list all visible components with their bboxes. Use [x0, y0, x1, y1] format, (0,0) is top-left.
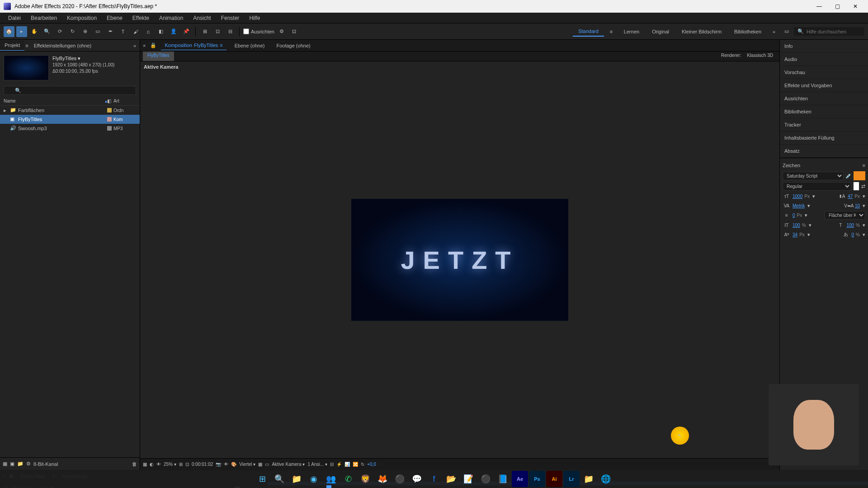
panel-effects-presets[interactable]: Effekte und Vorgaben [780, 79, 868, 92]
workspace-menu-icon[interactable]: ≡ [606, 26, 617, 37]
workspace-original[interactable]: Original [646, 27, 675, 36]
world-axis-icon[interactable]: ⊡ [212, 26, 223, 37]
project-item-audio[interactable]: 🔊 Swoosh.mp3 MP3 [0, 124, 140, 133]
workspace-lernen[interactable]: Lernen [618, 27, 645, 36]
tb-notes[interactable]: 📝 [460, 471, 476, 487]
fill-color-swatch[interactable] [854, 171, 865, 180]
comp-thumbnail[interactable] [4, 55, 49, 80]
leading-value[interactable]: 47 [848, 194, 853, 199]
tb-facebook[interactable]: f [426, 471, 442, 487]
new-folder-icon[interactable]: 📁 [17, 461, 24, 467]
puppet-tool[interactable]: 📌 [181, 26, 192, 37]
timeline-icon[interactable]: 📊 [344, 462, 350, 467]
panel-audio[interactable]: Audio [780, 53, 868, 66]
workspace-kleiner[interactable]: Kleiner Bildschirm [676, 27, 727, 36]
help-search-input[interactable] [807, 29, 861, 34]
alpha-icon[interactable]: ▦ [143, 462, 147, 467]
snap-option2-icon[interactable]: ⊡ [289, 26, 300, 37]
view-axis-icon[interactable]: ⊟ [225, 26, 236, 37]
orbit-tool[interactable]: ⟳ [54, 26, 65, 37]
brush-tool[interactable]: 🖌 [130, 26, 141, 37]
menu-hilfe[interactable]: Hilfe [245, 14, 264, 23]
minimize-button[interactable]: — [810, 0, 828, 13]
label-col-icon[interactable]: ◧ [107, 99, 113, 103]
eraser-tool[interactable]: ◧ [156, 26, 166, 37]
tab-layer[interactable]: Ebene (ohne) [231, 41, 269, 50]
settings-icon[interactable]: ⚙ [26, 461, 31, 467]
trash-icon[interactable]: 🗑 [132, 461, 137, 467]
tab-composition[interactable]: Komposition FlyByTitles ≡ [161, 41, 226, 50]
tb-lr[interactable]: Lr [563, 471, 580, 487]
font-style-dropdown[interactable]: Regular [783, 182, 851, 191]
subtab-comp[interactable]: FlyByTitles [143, 52, 174, 61]
interpret-icon[interactable]: ▦ [3, 461, 7, 467]
mask-icon[interactable]: 👁 [156, 462, 161, 467]
panel-overflow-icon[interactable]: » [130, 41, 140, 51]
tb-app1[interactable]: ⚫ [392, 471, 408, 487]
workspace-overflow-icon[interactable]: » [769, 26, 779, 37]
bit-depth[interactable]: 8-Bit-Kanal [33, 461, 58, 467]
stroke-pos-dropdown[interactable]: Fläche über Kon... [825, 211, 865, 220]
menu-effekte[interactable]: Effekte [128, 14, 154, 23]
grid-icon[interactable]: ⊞ [179, 462, 183, 467]
viewer-timecode[interactable]: 0:00:01:02 [192, 462, 213, 467]
workspace-biblio[interactable]: Bibliotheken [729, 27, 767, 36]
tb-firefox[interactable]: 🦊 [374, 471, 391, 487]
show-snapshot-icon[interactable]: 👁 [224, 462, 228, 467]
tb-start[interactable]: ⊞ [254, 471, 270, 487]
tb-messenger[interactable]: 💬 [409, 471, 425, 487]
eyedropper-icon[interactable]: 💉 [845, 173, 852, 179]
tb-folder2[interactable]: 📁 [580, 471, 597, 487]
stroke-width-value[interactable]: 0 [793, 213, 795, 218]
project-item-comp[interactable]: ▣ FlyByTitles Kom [0, 115, 140, 124]
tb-ai[interactable]: Ai [546, 471, 562, 487]
font-size-value[interactable]: 1000 [793, 194, 802, 199]
workspace-standard[interactable]: Standard [573, 27, 604, 37]
composition-viewer[interactable]: Aktive Kamera JETZT ↖ [140, 61, 779, 458]
transparency-icon[interactable]: ▦ [258, 462, 262, 467]
hand-tool[interactable]: ✋ [29, 26, 40, 37]
help-search[interactable]: 🔍 [794, 27, 864, 36]
tb-search[interactable]: 🔍 [271, 471, 288, 487]
tb-teams[interactable]: 👥 [323, 471, 339, 487]
resolution-dropdown[interactable]: Viertel ▾ [239, 462, 255, 467]
playhead[interactable] [329, 485, 329, 488]
menu-datei[interactable]: Datei [4, 14, 25, 23]
panel-paragraph[interactable]: Absatz [780, 145, 868, 158]
menu-animation[interactable]: Animation [155, 14, 188, 23]
zoom-tool[interactable]: 🔍 [42, 26, 52, 37]
home-tool[interactable]: 🏠 [4, 26, 14, 37]
pixel-aspect-icon[interactable]: ⊟ [330, 462, 334, 467]
rotate-tool[interactable]: ↻ [67, 26, 78, 37]
menu-fenster[interactable]: Fenster [217, 14, 244, 23]
anchor-tool[interactable]: ⊕ [80, 26, 90, 37]
flowchart-icon[interactable]: 🔀 [353, 462, 358, 467]
color-mgmt-icon[interactable]: 🎨 [231, 462, 236, 467]
stroke-color-swatch[interactable] [853, 182, 859, 191]
lock-tab-icon[interactable]: 🔒 [150, 42, 156, 48]
tab-menu-icon[interactable]: ≡ [220, 42, 222, 48]
snap-option-icon[interactable]: ⚙ [276, 26, 287, 37]
text-tool[interactable]: T [118, 26, 128, 37]
snap-toggle[interactable] [243, 28, 249, 34]
panel-libraries[interactable]: Bibliotheken [780, 105, 868, 118]
tsume-value[interactable]: 0 [852, 232, 854, 237]
views-dropdown[interactable]: 1 Ansi... ▾ [307, 462, 327, 467]
baseline-value[interactable]: 34 [793, 232, 797, 237]
project-list[interactable]: ▸ 📁 Farbflächen Ordn ▣ FlyByTitles Kom 🔊… [0, 106, 140, 457]
tb-whatsapp[interactable]: ✆ [340, 471, 356, 487]
exposure-value[interactable]: +0,0 [367, 462, 376, 467]
tracking-value[interactable]: 10 [855, 203, 860, 208]
tb-obs[interactable]: ⚫ [477, 471, 494, 487]
tab-project[interactable]: Projekt [0, 40, 24, 51]
camera-dropdown[interactable]: Aktive Kamera ▾ [272, 462, 305, 467]
tb-world[interactable]: 🌐 [598, 471, 614, 487]
swap-color-icon[interactable]: ⇄ [861, 183, 865, 189]
tb-ae[interactable]: Ae [512, 471, 528, 487]
clone-tool[interactable]: ⎌ [143, 26, 154, 37]
snapshot-icon[interactable]: 📷 [216, 462, 221, 467]
pen-tool[interactable]: ✒ [105, 26, 116, 37]
panel-align[interactable]: Ausrichten [780, 92, 868, 105]
vscale-value[interactable]: 100 [846, 223, 854, 228]
fast-preview-icon[interactable]: ⚡ [336, 462, 342, 467]
